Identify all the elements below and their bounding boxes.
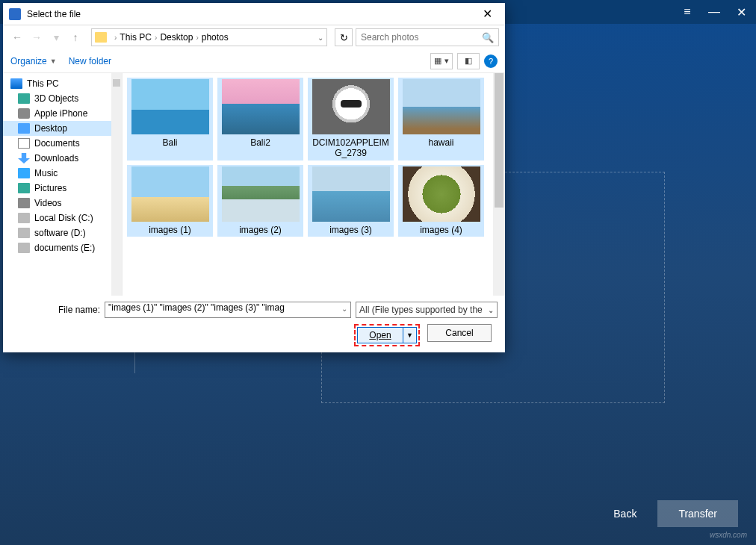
chevron-right-icon: › <box>196 34 198 42</box>
ic-music-icon <box>18 168 30 178</box>
thumbnail-grid: BaliBali2DCIM102APPLEIMG_2739hawaiiimage… <box>123 73 505 241</box>
view-mode-button[interactable]: ▦ ▾ <box>430 53 453 69</box>
image-thumbnail <box>222 79 300 134</box>
file-label: images (3) <box>329 225 372 235</box>
chevron-right-icon: › <box>114 34 117 42</box>
chevron-right-icon: › <box>155 34 157 42</box>
image-thumbnail <box>312 166 390 222</box>
file-label: images (4) <box>420 225 462 235</box>
open-button[interactable]: Open <box>357 327 403 343</box>
dialog-close-icon[interactable]: ✕ <box>475 7 499 21</box>
scrollbar-thumb[interactable] <box>495 73 504 208</box>
dialog-title: Select the file <box>27 9 475 19</box>
nav-back-icon[interactable]: ← <box>9 29 25 46</box>
file-thumbnail[interactable]: images (2) <box>217 165 303 237</box>
organize-menu[interactable]: Organize ▼ <box>10 56 57 66</box>
sidebar-item-downloads[interactable]: Downloads <box>3 151 122 166</box>
dialog-titlebar: Select the file ✕ <box>3 3 505 25</box>
search-field[interactable] <box>361 32 482 43</box>
file-thumbnail[interactable]: Bali2 <box>217 78 303 161</box>
filename-row: File name: ⌄ All (File types supported b… <box>10 302 498 318</box>
new-folder-button[interactable]: New folder <box>69 56 111 66</box>
nav-up-icon[interactable]: ↑ <box>67 29 84 46</box>
help-icon[interactable]: ? <box>484 54 498 68</box>
filename-input-wrap[interactable]: ⌄ <box>105 302 351 318</box>
dialog-toolbar: Organize ▼ New folder ▦ ▾ ◧ ? <box>3 49 505 73</box>
file-thumbnail[interactable]: images (3) <box>308 165 394 237</box>
sidebar-item-pictures[interactable]: Pictures <box>3 181 122 196</box>
sidebar-item-local-disk-c-[interactable]: Local Disk (C:) <box>3 211 122 225</box>
ic-pic-icon <box>18 183 30 193</box>
menu-icon[interactable]: ≡ <box>678 3 696 21</box>
file-thumbnail[interactable]: Bali <box>127 78 213 161</box>
image-thumbnail <box>131 166 209 222</box>
file-thumbnail[interactable]: DCIM102APPLEIMG_2739 <box>308 78 394 161</box>
back-button[interactable]: Back <box>604 502 645 526</box>
file-thumbnail[interactable]: images (4) <box>398 165 484 237</box>
button-row: Open ▼ Cancel <box>10 324 498 346</box>
sidebar-item-documents-e-[interactable]: documents (E:) <box>3 240 122 255</box>
sidebar-item-software-d-[interactable]: software (D:) <box>3 225 122 240</box>
breadcrumb[interactable]: › This PC › Desktop › photos ⌄ <box>91 28 327 46</box>
filename-input[interactable] <box>108 302 335 313</box>
image-thumbnail <box>222 166 300 222</box>
sidebar-item-music[interactable]: Music <box>3 166 122 181</box>
refresh-icon[interactable]: ↻ <box>335 28 353 46</box>
preview-pane-button[interactable]: ◧ <box>457 53 480 69</box>
file-label: DCIM102APPLEIMG_2739 <box>310 137 392 159</box>
filename-label: File name: <box>10 305 100 315</box>
sidebar-item-videos[interactable]: Videos <box>3 196 122 211</box>
dialog-footer: File name: ⌄ All (File types supported b… <box>3 296 505 352</box>
sidebar-item-3d-objects[interactable]: 3D Objects <box>3 91 122 106</box>
file-label: Bali2 <box>250 137 270 148</box>
sidebar-item-desktop[interactable]: Desktop <box>3 121 122 136</box>
close-icon[interactable]: ✕ <box>732 3 750 21</box>
sidebar-item-this-pc[interactable]: This PC <box>3 76 122 91</box>
pc-icon <box>10 78 22 89</box>
content-scrollbar[interactable] <box>493 73 505 296</box>
ic-3d-icon <box>18 93 30 104</box>
chevron-down-icon: ▼ <box>50 57 57 65</box>
search-input[interactable]: 🔍 <box>356 28 499 46</box>
ic-disk-icon <box>18 213 30 223</box>
ic-phone-icon <box>18 108 30 119</box>
open-dropdown-icon[interactable]: ▼ <box>403 327 417 343</box>
open-split-button[interactable]: Open ▼ <box>357 327 417 343</box>
file-label: images (2) <box>239 225 282 235</box>
ic-disk-icon <box>18 228 30 238</box>
file-label: hawaii <box>428 137 453 148</box>
nav-forward-icon[interactable]: → <box>28 29 45 46</box>
file-thumbnail[interactable]: images (1) <box>127 165 213 237</box>
chevron-down-icon[interactable]: ⌄ <box>317 34 323 42</box>
dialog-body: This PC 3D ObjectsApple iPhoneDesktopDoc… <box>3 73 505 296</box>
breadcrumb-seg-0[interactable]: This PC <box>120 32 152 43</box>
file-label: images (1) <box>149 225 191 235</box>
chevron-down-icon: ⌄ <box>488 306 494 314</box>
image-thumbnail <box>312 79 390 134</box>
scrollbar-thumb[interactable] <box>113 79 120 87</box>
sidebar-scrollbar[interactable] <box>111 73 122 296</box>
dialog-nav: ← → ▾ ↑ › This PC › Desktop › photos ⌄ ↻… <box>3 25 505 49</box>
watermark: wsxdn.com <box>710 531 747 539</box>
minimize-icon[interactable]: — <box>705 3 723 21</box>
bg-footer: Back Transfer <box>604 500 738 527</box>
ic-vid-icon <box>18 198 30 208</box>
ic-doc-icon <box>18 138 30 149</box>
image-thumbnail <box>403 79 480 134</box>
cancel-button[interactable]: Cancel <box>427 324 492 342</box>
transfer-button[interactable]: Transfer <box>657 500 738 527</box>
breadcrumb-seg-2[interactable]: photos <box>202 32 229 43</box>
breadcrumb-seg-1[interactable]: Desktop <box>160 32 193 43</box>
filetype-select[interactable]: All (File types supported by the ⌄ <box>356 302 498 318</box>
sidebar-item-apple-iphone[interactable]: Apple iPhone <box>3 106 122 121</box>
chevron-down-icon[interactable]: ⌄ <box>341 305 347 313</box>
sidebar: This PC 3D ObjectsApple iPhoneDesktopDoc… <box>3 73 123 296</box>
file-content: BaliBali2DCIM102APPLEIMG_2739hawaiiimage… <box>123 73 505 296</box>
ic-dl-icon <box>18 153 30 164</box>
nav-recent-icon[interactable]: ▾ <box>48 29 64 46</box>
app-icon <box>9 8 21 20</box>
image-thumbnail <box>131 79 209 134</box>
image-thumbnail <box>403 166 480 222</box>
sidebar-item-documents[interactable]: Documents <box>3 136 122 151</box>
file-thumbnail[interactable]: hawaii <box>398 78 484 161</box>
